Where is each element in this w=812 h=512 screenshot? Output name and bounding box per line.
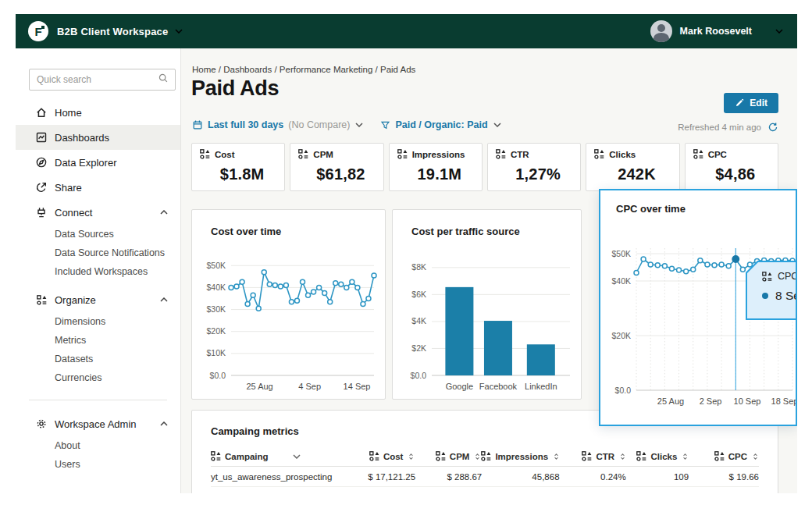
pencil-icon	[735, 98, 744, 108]
segment-filter[interactable]: Paid / Organic: Paid	[380, 119, 500, 130]
share-icon	[35, 181, 48, 194]
sidebar-subitem-currencies[interactable]: Currencies	[16, 368, 180, 387]
funnel-logo-icon[interactable]: F	[28, 21, 48, 41]
sidebar-subitem-dimensions[interactable]: Dimensions	[16, 312, 180, 331]
compare-label: (No Compare)	[288, 119, 350, 130]
shapes-icon	[397, 149, 408, 159]
kpi-label: CTR	[511, 150, 529, 159]
column-header-ctr[interactable]: CTR	[560, 446, 626, 466]
svg-text:$40K: $40K	[206, 283, 226, 292]
svg-text:$4K: $4K	[411, 316, 426, 325]
table-title: Campaing metrics	[211, 425, 759, 437]
sort-icon[interactable]	[682, 452, 689, 461]
sidebar-item-organize[interactable]: Organize	[16, 287, 180, 312]
sidebar-subitem-metrics[interactable]: Metrics	[16, 331, 180, 350]
kpi-label: CPC	[708, 150, 727, 159]
user-menu[interactable]: Mark Roosevelt	[680, 26, 752, 37]
sidebar-item-dashboards[interactable]: Dashboards	[16, 125, 180, 150]
kpi-card-impressions[interactable]: Impressions19.1M	[389, 143, 483, 191]
compass-icon	[35, 156, 48, 169]
shapes-icon	[636, 451, 646, 461]
workspace-switcher[interactable]: B2B Client Workspace	[57, 26, 168, 37]
kpi-label: CPM	[313, 150, 333, 159]
table-header-row: CampaingCostCPMImpressionsCTRClicksCPC	[211, 446, 759, 467]
kpi-card-clicks[interactable]: Clicks242K	[586, 143, 679, 191]
sort-icon[interactable]	[408, 452, 415, 461]
cost-over-time-card: Cost over time $0.0$10K$20K$30K$40K$50K2…	[191, 209, 386, 400]
table-cell: $ 19.66	[689, 467, 759, 486]
sidebar-item-workspace-admin[interactable]: Workspace Admin	[16, 411, 180, 436]
sidebar-subitem-datasets[interactable]: Datasets	[16, 350, 180, 368]
sort-icon[interactable]	[553, 452, 560, 461]
column-header-cpm[interactable]: CPM	[415, 446, 481, 466]
refreshed-label: Refreshed 4 min ago	[678, 123, 761, 132]
column-header-clicks[interactable]: Clicks	[626, 446, 689, 466]
sidebar-item-share[interactable]: Share	[16, 175, 180, 200]
sidebar-subitem-about[interactable]: About	[16, 436, 180, 455]
svg-text:10 Sep: 10 Sep	[734, 396, 761, 406]
series-dot-icon	[762, 293, 768, 299]
svg-text:$50K: $50K	[611, 249, 631, 258]
dashboards-icon	[35, 131, 48, 144]
sidebar-item-label: Connect	[55, 207, 92, 219]
sidebar-subitem-users[interactable]: Users	[16, 455, 180, 474]
sidebar-item-home[interactable]: Home	[16, 100, 180, 125]
column-label: Campaing	[225, 452, 269, 461]
column-header-campaing[interactable]: Campaing	[211, 446, 347, 466]
shapes-icon	[582, 451, 592, 461]
workspace-chevron-down-icon[interactable]	[175, 29, 183, 34]
column-label: Cost	[383, 452, 404, 461]
sidebar-subitem-label: Metrics	[55, 335, 86, 346]
sort-icon[interactable]	[474, 452, 481, 461]
table-cell: 45,868	[482, 467, 559, 486]
sort-icon[interactable]	[619, 452, 626, 461]
kpi-card-cost[interactable]: Cost$1.8M	[191, 143, 285, 191]
sidebar-item-label: Workspace Admin	[55, 418, 137, 430]
sidebar-subitem-label: Included Workspaces	[55, 266, 148, 277]
column-header-cpc[interactable]: CPC	[689, 446, 759, 466]
column-label: CPM	[450, 452, 470, 461]
kpi-card-ctr[interactable]: CTR1,27%	[487, 143, 581, 191]
cost-per-source-chart[interactable]: $0.0$2K$4K$6K$8KGoogleFacebookLinkedIn	[393, 247, 581, 397]
table-cell: $ 15.80	[689, 487, 759, 493]
shapes-icon	[496, 149, 506, 159]
segment-chevron-down-icon	[493, 123, 501, 127]
user-chevron-down-icon[interactable]	[775, 29, 783, 34]
metric-shapes-icon	[762, 272, 772, 282]
user-avatar[interactable]	[650, 20, 672, 42]
sidebar-subitem-included-workspaces[interactable]: Included Workspaces	[16, 262, 180, 281]
sidebar-item-data-explorer[interactable]: Data Explorer	[16, 150, 180, 175]
refresh-icon[interactable]	[767, 122, 778, 133]
svg-text:$20K: $20K	[611, 331, 631, 340]
quick-search-box	[29, 69, 176, 91]
date-range-filter[interactable]: Last full 30 days (No Compare)	[192, 119, 363, 130]
svg-text:$20K: $20K	[206, 326, 226, 336]
table-cell: $ 288.67	[415, 467, 482, 486]
kpi-card-cpc[interactable]: CPC$4,86	[685, 143, 778, 191]
tooltip-metric-label: CPC	[778, 271, 797, 282]
kpi-card-cpm[interactable]: CPM$61,82	[290, 143, 383, 191]
table-cell: $ 17,121.25	[347, 467, 415, 486]
sidebar-subitem-data-source-notifications[interactable]: Data Source Notifications	[16, 244, 180, 262]
sidebar-subitem-data-sources[interactable]: Data Sources	[16, 225, 180, 244]
search-input[interactable]	[37, 74, 158, 85]
kpi-row: Cost$1.8MCPM$61,82Impressions19.1MCTR1,2…	[191, 143, 778, 191]
kpi-value: $4,86	[693, 165, 778, 183]
campaign-chevron-down-icon[interactable]	[293, 454, 301, 459]
sidebar-subitem-label: Data Sources	[55, 229, 114, 240]
column-header-impressions[interactable]: Impressions	[481, 446, 560, 466]
chevron-up-icon	[160, 421, 168, 426]
shapes-icon	[200, 149, 210, 159]
column-label: CTR	[596, 452, 614, 461]
sort-icon[interactable]	[752, 452, 759, 461]
svg-text:18 Sep: 18 Sep	[771, 396, 796, 406]
cost-over-time-chart[interactable]: $0.0$10K$20K$30K$40K$50K25 Aug4 Sep14 Se…	[192, 247, 385, 397]
sidebar-item-label: Data Explorer	[55, 157, 116, 169]
sidebar-subitem-label: Dimensions	[55, 316, 105, 327]
sidebar-item-connect[interactable]: Connect	[16, 200, 180, 225]
cpc-over-time-chart[interactable]: $0.0$20K$40K$50K25 Aug2 Sep10 Sep18 Sep	[600, 225, 796, 423]
edit-button[interactable]: Edit	[724, 93, 778, 113]
breadcrumb[interactable]: Home / Dashboards / Performance Marketin…	[192, 65, 415, 74]
column-header-cost[interactable]: Cost	[347, 446, 415, 466]
sidebar-item-label: Share	[55, 182, 82, 194]
